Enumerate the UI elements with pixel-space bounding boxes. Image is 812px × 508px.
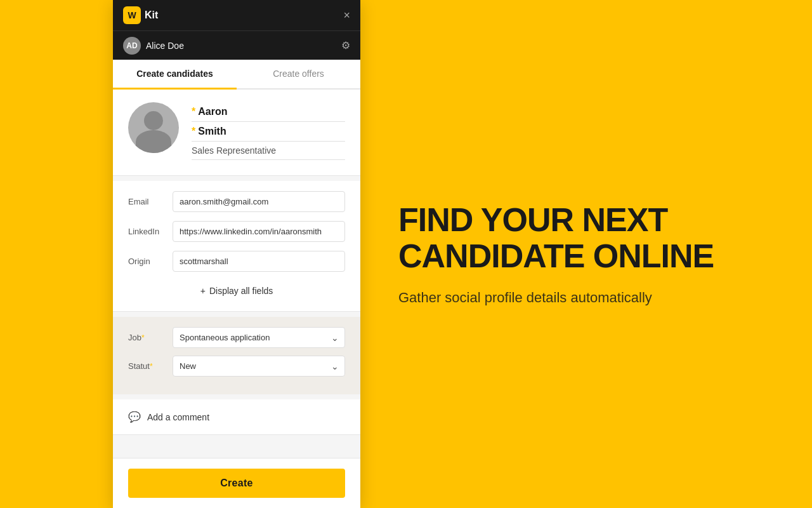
add-comment-label: Add a comment [147,412,209,422]
origin-input[interactable] [173,251,345,272]
logo-text: Kit [145,10,158,21]
user-name: Alice Doe [146,41,184,51]
statut-label: Statut* [128,361,173,371]
statut-select[interactable]: New In progress Rejected Accepted [173,356,345,377]
logo-icon: W [123,6,141,24]
statut-required-star: * [150,362,153,371]
last-name-field: * [192,122,345,142]
create-button[interactable]: Create [128,469,345,498]
email-input[interactable] [173,191,345,212]
title-field [192,142,345,160]
first-name-input[interactable] [198,106,345,117]
profile-fields: * * [192,102,345,160]
content-area: * * Email LinkedIn [113,90,360,458]
job-section: Job* Spontaneous application Software En… [113,317,360,394]
header-bar: W Kit × [113,0,360,30]
comment-icon: 💬 [128,411,141,423]
display-all-fields-button[interactable]: + Display all fields [128,281,345,301]
origin-row: Origin [128,251,345,272]
first-name-field: * [192,102,345,122]
job-label: Job* [128,333,173,342]
statut-select-wrapper: New In progress Rejected Accepted ⌄ [173,356,345,377]
user-bar: AD Alice Doe ⚙ [113,30,360,60]
filter-icon[interactable]: ⚙ [341,39,350,51]
job-required-star: * [141,333,145,342]
job-row: Job* Spontaneous application Software En… [128,327,345,348]
tab-create-candidates[interactable]: Create candidates [113,60,237,90]
required-star-firstname: * [192,106,195,117]
display-all-label: Display all fields [209,286,273,296]
profile-section: * * [113,90,360,176]
origin-label: Origin [128,257,173,266]
hero-panel: FIND YOUR NEXT CANDIDATE ONLINE Gather s… [360,0,812,508]
linkedin-row: LinkedIn [128,221,345,242]
create-section: Create [113,458,360,508]
comment-section[interactable]: 💬 Add a comment [113,399,360,435]
tabs: Create candidates Create offers [113,60,360,90]
job-select[interactable]: Spontaneous application Software Enginee… [173,327,345,348]
linkedin-label: LinkedIn [128,227,173,236]
user-info: AD Alice Doe [123,37,184,55]
last-name-input[interactable] [198,126,345,137]
title-input[interactable] [192,145,345,156]
hero-subtitle: Gather social profile details automatica… [398,290,774,306]
email-label: Email [128,197,173,206]
close-button[interactable]: × [343,10,350,21]
fields-section: Email LinkedIn Origin + Display all fiel… [113,181,360,312]
profile-photo [128,102,179,153]
tab-create-offers[interactable]: Create offers [237,60,360,90]
email-row: Email [128,191,345,212]
plus-icon: + [200,286,206,296]
main-panel: W Kit × AD Alice Doe ⚙ Create candidates… [113,0,360,508]
linkedin-input[interactable] [173,221,345,242]
hero-headline: FIND YOUR NEXT CANDIDATE ONLINE [398,202,774,274]
logo-area: W Kit [123,6,158,24]
avatar: AD [123,37,141,55]
job-select-wrapper: Spontaneous application Software Enginee… [173,327,345,348]
statut-row: Statut* New In progress Rejected Accepte… [128,356,345,377]
required-star-lastname: * [192,126,195,137]
